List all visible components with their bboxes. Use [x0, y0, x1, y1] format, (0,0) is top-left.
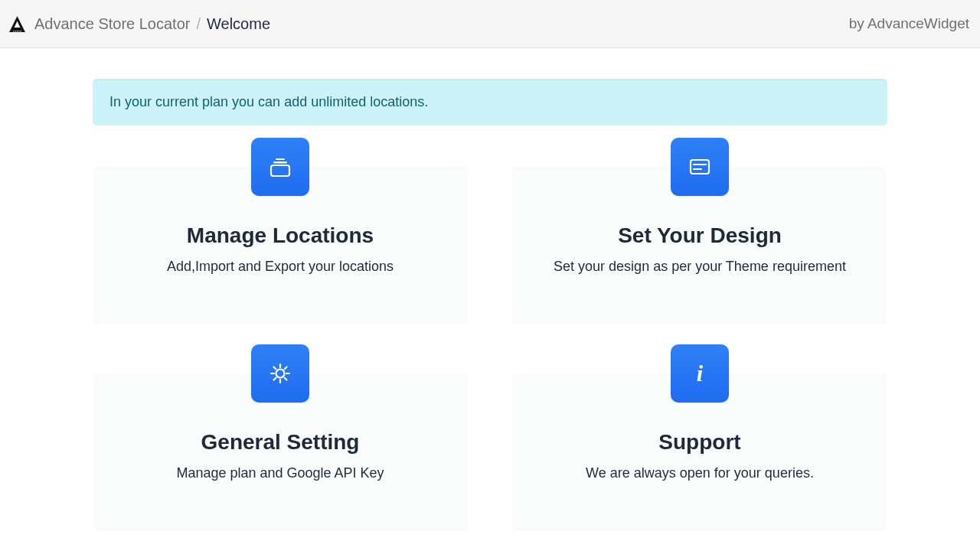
breadcrumb: Advance Store Locator / Welcome	[34, 15, 270, 33]
card-grid: Manage Locations Add,Import and Export y…	[93, 167, 887, 531]
card-title: Manage Locations	[111, 223, 449, 248]
svg-point-6	[20, 31, 21, 31]
svg-line-19	[285, 378, 287, 380]
plan-alert-text: In your current plan you can add unlimit…	[109, 94, 428, 109]
stack-icon	[251, 138, 309, 196]
form-icon	[671, 138, 729, 196]
card-general-setting[interactable]: General Setting Manage plan and Google A…	[93, 373, 468, 531]
card-subtitle: We are always open for your queries.	[531, 465, 869, 481]
svg-rect-8	[273, 161, 287, 164]
breadcrumb-current: Welcome	[207, 15, 270, 33]
card-subtitle: Manage plan and Google API Key	[111, 465, 449, 481]
card-title: General Setting	[111, 430, 449, 455]
svg-point-2	[13, 31, 14, 31]
main: In your current plan you can add unlimit…	[0, 48, 980, 531]
card-set-design[interactable]: Set Your Design Set your design as per y…	[512, 167, 887, 324]
topbar: Advance Store Locator / Welcome by Advan…	[0, 0, 980, 48]
breadcrumb-separator: /	[196, 15, 201, 33]
svg-line-20	[285, 367, 287, 370]
info-icon: i	[671, 344, 729, 403]
svg-point-3	[15, 31, 15, 31]
svg-rect-10	[691, 160, 709, 174]
card-support[interactable]: i Support We are always open for your qu…	[512, 373, 887, 531]
svg-line-18	[274, 367, 276, 370]
gear-icon	[251, 344, 309, 403]
svg-line-21	[274, 378, 276, 380]
svg-point-4	[17, 31, 18, 31]
card-title: Set Your Design	[531, 223, 869, 248]
plan-alert: In your current plan you can add unlimit…	[93, 79, 887, 126]
breadcrumb-app-name[interactable]: Advance Store Locator	[34, 15, 190, 33]
app-logo-icon	[8, 15, 27, 34]
container: In your current plan you can add unlimit…	[93, 79, 887, 531]
byline: by AdvanceWidget	[849, 15, 969, 32]
svg-point-13	[276, 370, 285, 378]
svg-rect-7	[276, 158, 285, 160]
card-subtitle: Add,Import and Export your locations	[111, 259, 449, 275]
card-subtitle: Set your design as per your Theme requir…	[531, 259, 869, 275]
svg-point-5	[18, 31, 19, 31]
topbar-left: Advance Store Locator / Welcome	[8, 15, 849, 34]
svg-rect-9	[271, 165, 289, 176]
card-manage-locations[interactable]: Manage Locations Add,Import and Export y…	[93, 167, 468, 324]
card-title: Support	[531, 430, 869, 455]
